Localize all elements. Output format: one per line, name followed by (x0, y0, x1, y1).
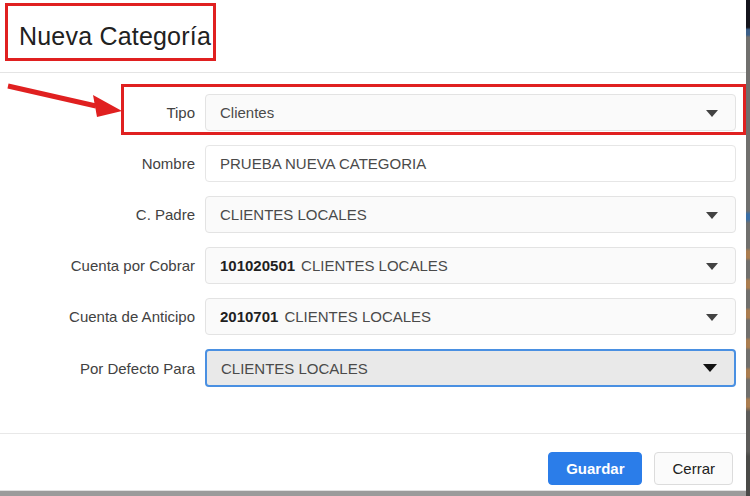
c-padre-label: C. Padre (0, 206, 195, 223)
modal-footer: Guardar Cerrar (0, 433, 746, 485)
caret-down-icon (703, 364, 717, 372)
field-row-cuenta-por-cobrar: Cuenta por Cobrar 101020501 CLIENTES LOC… (0, 247, 746, 284)
field-row-tipo: Tipo Clientes (0, 94, 746, 131)
cuenta-de-anticipo-select[interactable]: 2010701 CLIENTES LOCALES (205, 298, 736, 335)
tipo-label: Tipo (0, 104, 195, 121)
tipo-select[interactable]: Clientes (205, 94, 736, 131)
category-form: Tipo Clientes Nombre C. Padre CLIENTES L… (0, 73, 746, 401)
field-row-por-defecto-para: Por Defecto Para CLIENTES LOCALES (0, 349, 746, 387)
field-row-cuenta-de-anticipo: Cuenta de Anticipo 2010701 CLIENTES LOCA… (0, 298, 746, 335)
c-padre-select[interactable]: CLIENTES LOCALES (205, 196, 736, 233)
por-defecto-para-select[interactable]: CLIENTES LOCALES (205, 349, 736, 387)
cuenta-por-cobrar-select-value: CLIENTES LOCALES (301, 257, 448, 274)
account-code: 2010701 (220, 308, 278, 325)
modal-header: Nueva Categoría (0, 0, 746, 73)
background-page-right-edge (746, 0, 750, 496)
close-button[interactable]: Cerrar (654, 452, 733, 485)
caret-down-icon (706, 314, 718, 321)
screenshot-stage: Nueva Categoría Tipo Clientes Nombre C. … (0, 0, 750, 496)
caret-down-icon (706, 110, 718, 117)
caret-down-icon (706, 212, 718, 219)
modal-title: Nueva Categoría (19, 22, 211, 51)
new-category-modal: Nueva Categoría Tipo Clientes Nombre C. … (0, 0, 746, 490)
save-button[interactable]: Guardar (548, 452, 642, 485)
account-code: 101020501 (220, 257, 295, 274)
nombre-input[interactable] (205, 145, 736, 182)
cuenta-por-cobrar-select[interactable]: 101020501 CLIENTES LOCALES (205, 247, 736, 284)
c-padre-select-value: CLIENTES LOCALES (220, 206, 367, 223)
field-row-c-padre: C. Padre CLIENTES LOCALES (0, 196, 746, 233)
cuenta-por-cobrar-label: Cuenta por Cobrar (0, 257, 195, 274)
nombre-label: Nombre (0, 155, 195, 172)
tipo-select-value: Clientes (220, 104, 274, 121)
cuenta-de-anticipo-label: Cuenta de Anticipo (0, 308, 195, 325)
por-defecto-para-label: Por Defecto Para (0, 360, 195, 377)
field-row-nombre: Nombre (0, 145, 746, 182)
caret-down-icon (706, 263, 718, 270)
cuenta-de-anticipo-select-value: CLIENTES LOCALES (284, 308, 431, 325)
background-page-bottom-edge (0, 490, 746, 496)
por-defecto-para-select-value: CLIENTES LOCALES (221, 360, 368, 377)
